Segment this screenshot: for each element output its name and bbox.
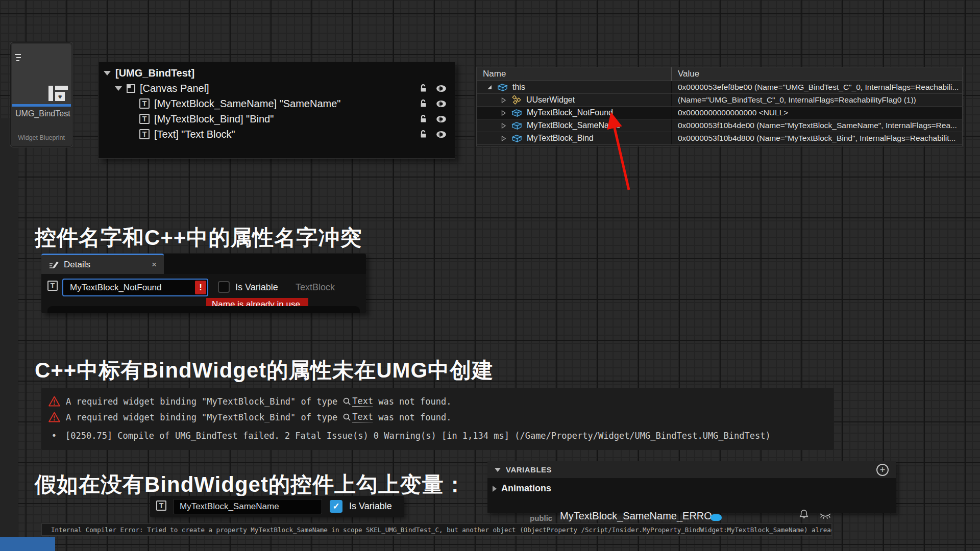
- textblock-icon: T: [139, 114, 150, 124]
- watch-value-notfound: 0x0000000000000000 <NULL>: [672, 107, 962, 119]
- red-annotation-arrow: [582, 99, 669, 207]
- asset-corner-lines-icon: [15, 54, 21, 61]
- visibility-eye-icon[interactable]: [436, 85, 447, 92]
- watch-row-samename[interactable]: MyTextBlock_SameName 0x0000053f10b4de00 …: [477, 119, 962, 132]
- animations-group-row[interactable]: Animations: [493, 483, 551, 494]
- textblock-icon: T: [156, 500, 166, 511]
- hierarchy-row-text[interactable]: T [Text] "Text Block": [99, 127, 455, 142]
- log-row-1[interactable]: A required widget binding "MyTextBlock_B…: [41, 393, 834, 409]
- asset-type-color-bar: [12, 104, 71, 107]
- hierarchy-row-root[interactable]: [UMG_BindTest]: [99, 65, 455, 81]
- log-type-link[interactable]: Text: [342, 412, 373, 422]
- class-gold-icon: [511, 95, 522, 105]
- object-cube-icon: [497, 83, 508, 92]
- log-type-link-label[interactable]: Text: [352, 412, 373, 422]
- internal-compiler-error-bar: Internal Compiler Error: Tried to create…: [41, 523, 832, 536]
- variables-title: VARIABLES: [506, 465, 552, 474]
- log-type-link[interactable]: Text: [342, 396, 373, 407]
- visibility-eye-icon[interactable]: [436, 100, 447, 108]
- watch-row-this[interactable]: this 0x0000053efef8be00 (Name="UMG_BindT…: [477, 81, 962, 94]
- tree-collapsed-icon[interactable]: [501, 110, 506, 116]
- widget-blueprint-icon: ♥: [48, 86, 68, 101]
- watch-column-value[interactable]: Value: [672, 69, 699, 79]
- notify-bell-icon[interactable]: [799, 509, 809, 520]
- add-variable-button[interactable]: +: [876, 464, 889, 476]
- expand-arrow-icon[interactable]: [115, 86, 122, 91]
- watch-value-this: 0x0000053efef8be00 (Name="UMG_BindTest_C…: [672, 81, 962, 93]
- details-pencil-icon: [48, 260, 59, 270]
- log-text-pre: A required widget binding "MyTextBlock_B…: [66, 412, 337, 422]
- log-row-2[interactable]: A required widget binding "MyTextBlock_B…: [41, 409, 834, 425]
- visibility-eye-icon[interactable]: [436, 131, 447, 138]
- group-expand-icon[interactable]: [493, 486, 497, 492]
- object-cube-icon: [511, 109, 522, 117]
- hierarchy-samename-label: [MyTextBlock_SameName] "SameName": [154, 98, 340, 110]
- warning-triangle-icon: [48, 396, 60, 407]
- lock-open-icon[interactable]: [420, 114, 427, 123]
- close-icon[interactable]: ×: [152, 260, 157, 269]
- internal-compiler-error-text: Internal Compiler Error: Tried to create…: [51, 526, 832, 534]
- hierarchy-row-canvas[interactable]: [Canvas Panel]: [99, 81, 455, 96]
- visibility-eye-icon[interactable]: [436, 115, 447, 123]
- is-variable-label: Is Variable: [235, 282, 278, 293]
- watch-name-this: this: [512, 83, 525, 92]
- asset-subtitle: Widget Blueprint: [11, 134, 72, 141]
- lock-open-icon[interactable]: [420, 84, 427, 93]
- section-collapse-icon[interactable]: [495, 468, 501, 472]
- log-type-link-label[interactable]: Text: [352, 396, 373, 407]
- variable-name[interactable]: MyTextBlock_SameName_ERRO: [560, 510, 712, 522]
- bullet-icon: •: [48, 430, 60, 441]
- blueprint-grid-background: ♥ UMG_BindTest Widget Blueprint [UMG_Bin…: [0, 0, 980, 551]
- compiler-log-panel: A required widget binding "MyTextBlock_B…: [41, 388, 834, 450]
- debug-watch-table: Name Value this 0x0000053efef8be00 (Name…: [476, 67, 963, 146]
- variable-type-pill-icon: [710, 514, 722, 521]
- hierarchy-row-samename[interactable]: T [MyTextBlock_SameName] "SameName": [99, 96, 455, 111]
- tree-collapsed-icon[interactable]: [501, 136, 506, 141]
- hierarchy-canvas-label: [Canvas Panel]: [140, 83, 209, 94]
- is-variable-checkbox-checked[interactable]: ✓: [330, 500, 342, 513]
- watch-column-name[interactable]: Name: [477, 67, 672, 81]
- search-icon: [342, 413, 351, 421]
- asset-thumbnail: ♥: [12, 44, 71, 104]
- heading-bindwidget-missing: C++中标有BindWidget的属性未在UMG中创建: [35, 356, 494, 385]
- log-text-post: was not found.: [378, 396, 451, 407]
- details-tab[interactable]: Details ×: [41, 254, 164, 274]
- eye-closed-icon[interactable]: [819, 512, 831, 519]
- hierarchy-row-bind[interactable]: T [MyTextBlock_Bind] "Bind": [99, 111, 455, 127]
- tree-collapsed-icon[interactable]: [501, 123, 506, 129]
- watch-value-samename: 0x0000053f10b4de00 (Name="MyTextBlock_Sa…: [672, 119, 962, 132]
- lock-open-icon[interactable]: [420, 130, 427, 139]
- watch-row-notfound[interactable]: MyTextBlock_NotFound 0x0000000000000000 …: [477, 107, 962, 119]
- asset-title: UMG_BindTest: [15, 109, 70, 118]
- log-row-3[interactable]: • [0250.75] Compile of UMG_BindTest fail…: [41, 428, 834, 443]
- widget-rename-row: T ✓ Is Variable: [150, 496, 404, 517]
- textblock-icon: T: [139, 98, 150, 109]
- object-cube-icon: [511, 134, 522, 143]
- warning-triangle-icon: [48, 412, 60, 422]
- details-next-section-strip: [47, 306, 360, 313]
- widget-name-input[interactable]: [62, 279, 208, 296]
- log-text-pre: A required widget binding "MyTextBlock_B…: [66, 396, 337, 407]
- tree-expanded-icon[interactable]: [487, 85, 492, 90]
- widget-name-input-samename[interactable]: [173, 499, 322, 514]
- lock-open-icon[interactable]: [420, 99, 427, 108]
- bottom-left-blue-window-fragment: [0, 537, 55, 551]
- tree-collapsed-icon[interactable]: [501, 97, 506, 103]
- heading-name-conflict: 控件名字和C++中的属性名字冲突: [35, 223, 362, 252]
- heading-variable-checkbox: 假如在没有BindWidget的控件上勾上变量：: [35, 470, 466, 499]
- is-variable-checkbox-unchecked[interactable]: [218, 281, 230, 293]
- asset-card-umg-bindtest[interactable]: ♥ UMG_BindTest Widget Blueprint: [10, 42, 72, 147]
- widget-type-label: TextBlock: [296, 282, 335, 293]
- details-panel: Details × T ! Is Variable TextBlock Name…: [41, 254, 366, 313]
- log-compile-result-text: [0250.75] Compile of UMG_BindTest failed…: [65, 431, 771, 441]
- hierarchy-root-label: [UMG_BindTest]: [115, 67, 194, 79]
- expand-arrow-icon[interactable]: [104, 71, 111, 76]
- heart-icon: ♥: [55, 92, 65, 101]
- variables-panel: VARIABLES + Animations public MyTextBloc…: [487, 461, 896, 513]
- textblock-icon: T: [139, 129, 150, 139]
- variables-header[interactable]: VARIABLES +: [487, 461, 896, 478]
- left-edge-panel: [0, 118, 18, 551]
- watch-row-uuserwidget[interactable]: UUserWidget (Name="UMG_BindTest_C"_0, In…: [477, 94, 962, 107]
- canvas-panel-icon: [127, 84, 135, 93]
- watch-row-bind[interactable]: MyTextBlock_Bind 0x0000053f10b4d800 (Nam…: [477, 132, 962, 145]
